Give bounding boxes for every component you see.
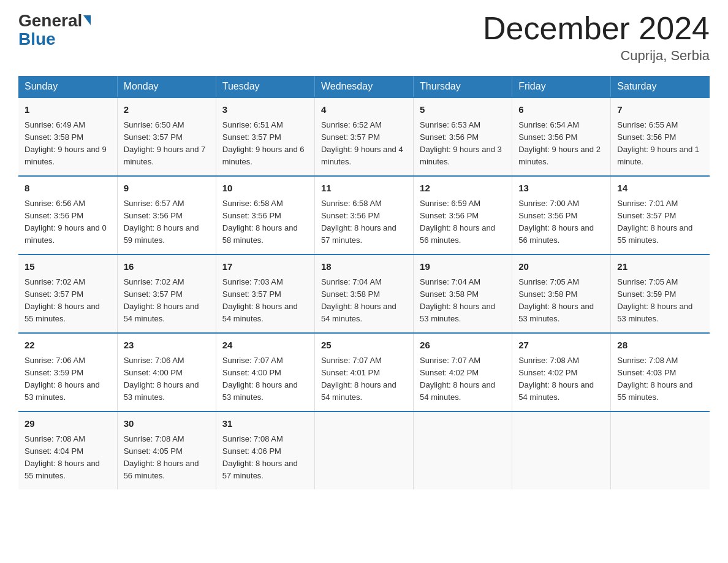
page-header: General Blue December 2024 Cuprija, Serb… — [18, 12, 710, 64]
day-number: 22 — [25, 339, 111, 353]
day-number: 17 — [222, 260, 308, 274]
table-row: 5 Sunrise: 6:53 AM Sunset: 3:56 PM Dayli… — [414, 98, 512, 176]
day-info: Sunrise: 7:08 AM Sunset: 4:03 PM Dayligh… — [617, 354, 703, 404]
day-info: Sunrise: 7:03 AM Sunset: 3:57 PM Dayligh… — [222, 276, 308, 326]
table-row: 6 Sunrise: 6:54 AM Sunset: 3:56 PM Dayli… — [512, 98, 611, 176]
calendar-title: December 2024 — [483, 12, 710, 44]
table-row: 4 Sunrise: 6:52 AM Sunset: 3:57 PM Dayli… — [314, 98, 413, 176]
day-info: Sunrise: 6:55 AM Sunset: 3:56 PM Dayligh… — [617, 119, 703, 169]
day-number: 16 — [124, 260, 210, 274]
day-info: Sunrise: 7:04 AM Sunset: 3:58 PM Dayligh… — [420, 276, 506, 326]
day-info: Sunrise: 7:07 AM Sunset: 4:01 PM Dayligh… — [321, 354, 407, 404]
table-row: 17 Sunrise: 7:03 AM Sunset: 3:57 PM Dayl… — [216, 255, 314, 333]
day-info: Sunrise: 6:58 AM Sunset: 3:56 PM Dayligh… — [321, 197, 407, 247]
table-row: 30 Sunrise: 7:08 AM Sunset: 4:05 PM Dayl… — [117, 412, 216, 489]
table-row: 26 Sunrise: 7:07 AM Sunset: 4:02 PM Dayl… — [414, 333, 512, 412]
day-number: 3 — [222, 103, 308, 117]
day-number: 31 — [222, 417, 308, 431]
logo-general-text: General — [18, 12, 91, 29]
table-row: 21 Sunrise: 7:05 AM Sunset: 3:59 PM Dayl… — [611, 255, 710, 333]
day-info: Sunrise: 7:07 AM Sunset: 4:00 PM Dayligh… — [222, 354, 308, 404]
table-row — [314, 412, 413, 489]
day-info: Sunrise: 7:05 AM Sunset: 3:59 PM Dayligh… — [617, 276, 703, 326]
calendar-week-row: 8 Sunrise: 6:56 AM Sunset: 3:56 PM Dayli… — [18, 176, 710, 255]
day-number: 2 — [124, 103, 210, 117]
day-info: Sunrise: 6:50 AM Sunset: 3:57 PM Dayligh… — [124, 119, 210, 169]
logo-arrow-icon — [83, 15, 91, 25]
day-number: 20 — [518, 260, 604, 274]
table-row: 15 Sunrise: 7:02 AM Sunset: 3:57 PM Dayl… — [18, 255, 117, 333]
table-row: 25 Sunrise: 7:07 AM Sunset: 4:01 PM Dayl… — [314, 333, 413, 412]
day-info: Sunrise: 6:52 AM Sunset: 3:57 PM Dayligh… — [321, 119, 407, 169]
day-number: 1 — [25, 103, 111, 117]
calendar-header-row: Sunday Monday Tuesday Wednesday Thursday… — [18, 76, 710, 98]
col-friday: Friday — [512, 76, 611, 98]
table-row: 19 Sunrise: 7:04 AM Sunset: 3:58 PM Dayl… — [414, 255, 512, 333]
table-row — [611, 412, 710, 489]
day-info: Sunrise: 7:02 AM Sunset: 3:57 PM Dayligh… — [25, 276, 111, 326]
calendar-subtitle: Cuprija, Serbia — [483, 48, 710, 64]
table-row: 14 Sunrise: 7:01 AM Sunset: 3:57 PM Dayl… — [611, 176, 710, 255]
table-row: 9 Sunrise: 6:57 AM Sunset: 3:56 PM Dayli… — [117, 176, 216, 255]
col-tuesday: Tuesday — [216, 76, 314, 98]
day-number: 7 — [617, 103, 703, 117]
table-row: 20 Sunrise: 7:05 AM Sunset: 3:58 PM Dayl… — [512, 255, 611, 333]
calendar-table: Sunday Monday Tuesday Wednesday Thursday… — [18, 76, 710, 489]
day-number: 23 — [124, 339, 210, 353]
day-number: 19 — [420, 260, 506, 274]
day-number: 28 — [617, 339, 703, 353]
day-number: 9 — [124, 182, 210, 196]
table-row: 2 Sunrise: 6:50 AM Sunset: 3:57 PM Dayli… — [117, 98, 216, 176]
day-info: Sunrise: 6:54 AM Sunset: 3:56 PM Dayligh… — [518, 119, 604, 169]
table-row — [414, 412, 512, 489]
table-row: 11 Sunrise: 6:58 AM Sunset: 3:56 PM Dayl… — [314, 176, 413, 255]
table-row: 10 Sunrise: 6:58 AM Sunset: 3:56 PM Dayl… — [216, 176, 314, 255]
calendar-week-row: 1 Sunrise: 6:49 AM Sunset: 3:58 PM Dayli… — [18, 98, 710, 176]
table-row: 16 Sunrise: 7:02 AM Sunset: 3:57 PM Dayl… — [117, 255, 216, 333]
table-row: 23 Sunrise: 7:06 AM Sunset: 4:00 PM Dayl… — [117, 333, 216, 412]
day-info: Sunrise: 7:06 AM Sunset: 4:00 PM Dayligh… — [124, 354, 210, 404]
table-row: 12 Sunrise: 6:59 AM Sunset: 3:56 PM Dayl… — [414, 176, 512, 255]
day-info: Sunrise: 7:00 AM Sunset: 3:56 PM Dayligh… — [518, 197, 604, 247]
day-number: 24 — [222, 339, 308, 353]
table-row: 29 Sunrise: 7:08 AM Sunset: 4:04 PM Dayl… — [18, 412, 117, 489]
day-info: Sunrise: 7:07 AM Sunset: 4:02 PM Dayligh… — [420, 354, 506, 404]
day-info: Sunrise: 7:01 AM Sunset: 3:57 PM Dayligh… — [617, 197, 703, 247]
day-number: 6 — [518, 103, 604, 117]
day-number: 29 — [25, 417, 111, 431]
day-info: Sunrise: 6:51 AM Sunset: 3:57 PM Dayligh… — [222, 119, 308, 169]
table-row: 3 Sunrise: 6:51 AM Sunset: 3:57 PM Dayli… — [216, 98, 314, 176]
day-info: Sunrise: 7:05 AM Sunset: 3:58 PM Dayligh… — [518, 276, 604, 326]
day-info: Sunrise: 6:57 AM Sunset: 3:56 PM Dayligh… — [124, 197, 210, 247]
day-number: 11 — [321, 182, 407, 196]
table-row: 13 Sunrise: 7:00 AM Sunset: 3:56 PM Dayl… — [512, 176, 611, 255]
day-info: Sunrise: 6:53 AM Sunset: 3:56 PM Dayligh… — [420, 119, 506, 169]
table-row — [512, 412, 611, 489]
day-number: 21 — [617, 260, 703, 274]
calendar-week-row: 22 Sunrise: 7:06 AM Sunset: 3:59 PM Dayl… — [18, 333, 710, 412]
day-number: 10 — [222, 182, 308, 196]
day-number: 4 — [321, 103, 407, 117]
day-number: 15 — [25, 260, 111, 274]
day-info: Sunrise: 6:49 AM Sunset: 3:58 PM Dayligh… — [25, 119, 111, 169]
table-row: 28 Sunrise: 7:08 AM Sunset: 4:03 PM Dayl… — [611, 333, 710, 412]
day-number: 5 — [420, 103, 506, 117]
col-thursday: Thursday — [414, 76, 512, 98]
day-info: Sunrise: 7:02 AM Sunset: 3:57 PM Dayligh… — [124, 276, 210, 326]
table-row: 27 Sunrise: 7:08 AM Sunset: 4:02 PM Dayl… — [512, 333, 611, 412]
logo-blue-text: Blue — [18, 31, 56, 48]
day-info: Sunrise: 6:59 AM Sunset: 3:56 PM Dayligh… — [420, 197, 506, 247]
day-info: Sunrise: 6:56 AM Sunset: 3:56 PM Dayligh… — [25, 197, 111, 247]
day-info: Sunrise: 7:08 AM Sunset: 4:02 PM Dayligh… — [518, 354, 604, 404]
table-row: 18 Sunrise: 7:04 AM Sunset: 3:58 PM Dayl… — [314, 255, 413, 333]
day-number: 26 — [420, 339, 506, 353]
table-row: 22 Sunrise: 7:06 AM Sunset: 3:59 PM Dayl… — [18, 333, 117, 412]
table-row: 8 Sunrise: 6:56 AM Sunset: 3:56 PM Dayli… — [18, 176, 117, 255]
day-info: Sunrise: 7:06 AM Sunset: 3:59 PM Dayligh… — [25, 354, 111, 404]
col-monday: Monday — [117, 76, 216, 98]
logo: General Blue — [18, 12, 91, 48]
day-number: 8 — [25, 182, 111, 196]
day-number: 18 — [321, 260, 407, 274]
table-row: 7 Sunrise: 6:55 AM Sunset: 3:56 PM Dayli… — [611, 98, 710, 176]
title-block: December 2024 Cuprija, Serbia — [483, 12, 710, 64]
